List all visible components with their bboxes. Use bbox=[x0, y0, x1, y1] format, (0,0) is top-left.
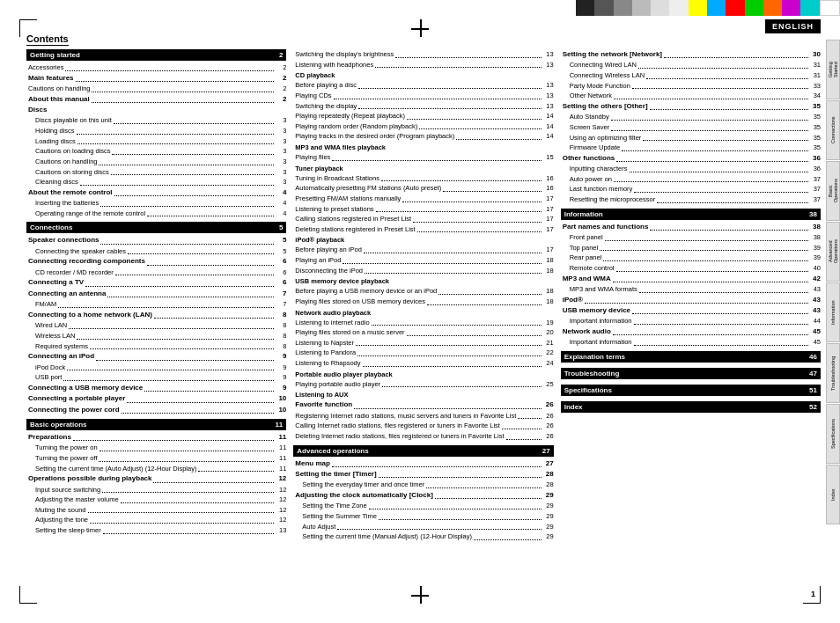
toc-entry: Cautions on loading discs3 bbox=[26, 146, 286, 157]
section-header: Explanation terms46 bbox=[561, 351, 821, 363]
toc-entry: MP3 and WMA42 bbox=[561, 274, 821, 284]
section-header: Advanced operations27 bbox=[293, 445, 553, 457]
toc-entry: Cautions on handling2 bbox=[26, 84, 286, 94]
toc-entry: Remote control40 bbox=[561, 263, 821, 274]
toc-entry: Operations possible during playback12 bbox=[26, 473, 286, 484]
toc-entry: Playing repeatedly (Repeat playback)14 bbox=[293, 111, 553, 121]
toc-entry: Connecting recording components6 bbox=[26, 256, 286, 267]
toc-entry: Deleting stations registered in Preset L… bbox=[293, 224, 553, 235]
main-content: Contents Getting started2Accessories2Mai… bbox=[26, 33, 821, 597]
tab-connections[interactable]: Connections bbox=[826, 100, 840, 160]
sub-section-header: Portable audio player playback bbox=[293, 370, 553, 378]
toc-entry: Inputting characters36 bbox=[561, 164, 821, 174]
toc-entry: Auto Standby35 bbox=[561, 112, 821, 122]
toc-entry: Speaker connections5 bbox=[26, 235, 286, 246]
toc-entry: Discs bbox=[26, 105, 286, 115]
toc-entry: Favorite function26 bbox=[293, 399, 553, 410]
toc-entry: Presetting FM/AM stations manually17 bbox=[293, 194, 553, 204]
tab-troubleshooting[interactable]: Troubleshooting bbox=[826, 343, 840, 403]
toc-entry: About the remote control4 bbox=[26, 187, 286, 198]
toc-entry: Setting the network [Network]30 bbox=[561, 49, 821, 60]
toc-entry: Listening to internet radio19 bbox=[293, 318, 553, 328]
section-header: Basic operations11 bbox=[26, 419, 286, 430]
toc-entry: Listening with headphones13 bbox=[293, 60, 553, 70]
toc-entry: Listening to preset stations17 bbox=[293, 204, 553, 215]
toc-entry: Playing an iPod18 bbox=[293, 255, 553, 266]
toc-entry: Part names and functions38 bbox=[561, 222, 821, 232]
toc-entry: Playing portable audio player25 bbox=[293, 379, 553, 390]
toc-entry: Connecting to a home network (LAN)8 bbox=[26, 310, 286, 320]
toc-entry: CD recorder / MD recorder6 bbox=[26, 268, 286, 278]
toc-entry: Connecting a portable player10 bbox=[26, 393, 286, 404]
toc-entry: Setting the everyday timer and once time… bbox=[293, 480, 553, 490]
toc-entry: Listening to Napster21 bbox=[293, 338, 553, 348]
sub-section-header: Tuner playback bbox=[293, 165, 553, 172]
toc-entry: Setting the others [Other]35 bbox=[561, 101, 821, 112]
toc-entry: Playing tracks in the desired order (Pro… bbox=[293, 131, 553, 142]
toc-entry: Tuning in Broadcast Stations16 bbox=[293, 173, 553, 184]
toc-entry: Connecting a TV6 bbox=[26, 277, 286, 288]
toc-entry: Setting the Time Zone29 bbox=[293, 501, 553, 511]
tab-getting-started[interactable]: GettingStarted bbox=[826, 40, 840, 99]
toc-entry: Wireless LAN8 bbox=[26, 331, 286, 341]
toc-entry: Auto Adjust29 bbox=[293, 522, 553, 532]
toc-entry: About this manual2 bbox=[26, 94, 286, 105]
tab-information[interactable]: Information bbox=[826, 282, 840, 342]
toc-entry: Network audio45 bbox=[561, 326, 821, 337]
side-tabs: GettingStarted Connections BasicOperatio… bbox=[826, 40, 840, 525]
toc-entry: Before playing a disc13 bbox=[293, 80, 553, 91]
contents-title: Contents bbox=[26, 33, 69, 46]
toc-entry: Switching the display13 bbox=[293, 101, 553, 112]
toc-entry: Turning the power on11 bbox=[26, 443, 286, 453]
toc-entry: Connecting the speaker cables5 bbox=[26, 246, 286, 257]
toc-entry: Cleaning discs3 bbox=[26, 177, 286, 187]
toc-entry: Connecting a USB memory device9 bbox=[26, 383, 286, 393]
toc-entry: Muting the sound12 bbox=[26, 505, 286, 516]
toc-entry: Other functions36 bbox=[561, 153, 821, 164]
toc-entry: Connecting an antenna7 bbox=[26, 289, 286, 299]
sub-section-header: CD playback bbox=[293, 71, 553, 79]
toc-entry: Cautions on storing discs3 bbox=[26, 167, 286, 178]
sub-section-header: iPod® playback bbox=[293, 236, 553, 244]
tab-advanced-operations[interactable]: AdvancedOperations bbox=[826, 222, 840, 282]
toc-entry: Resetting the microprocessor37 bbox=[561, 194, 821, 205]
toc-entry: Calling stations registered in Preset Li… bbox=[293, 214, 553, 224]
toc-col2: Switching the display's brightness13List… bbox=[293, 49, 553, 595]
toc-entry: Listening to Rhapsody24 bbox=[293, 358, 553, 369]
section-header: Getting started2 bbox=[26, 49, 286, 61]
english-badge: ENGLISH bbox=[765, 19, 821, 33]
toc-entry: Auto power on37 bbox=[561, 174, 821, 185]
toc-entry: Discs playable on this unit3 bbox=[26, 115, 286, 126]
toc-entry: Required systems8 bbox=[26, 341, 286, 352]
toc-entry: Menu map27 bbox=[293, 458, 553, 469]
section-header: Index52 bbox=[561, 401, 821, 413]
toc-entry: FM/AM7 bbox=[26, 299, 286, 310]
toc-col3: Setting the network [Network]30Connectin… bbox=[561, 49, 821, 595]
toc-entry: Rear panel39 bbox=[561, 253, 821, 263]
toc-entry: Firmware Update35 bbox=[561, 143, 821, 153]
toc-entry: iPod®43 bbox=[561, 295, 821, 305]
section-header: Connections5 bbox=[26, 222, 286, 233]
toc-entry: Accessories2 bbox=[26, 62, 286, 73]
toc-entry: Playing files stored on USB memory devic… bbox=[293, 297, 553, 307]
toc-entry: Playing CDs13 bbox=[293, 91, 553, 101]
toc-columns: Getting started2Accessories2Main feature… bbox=[26, 49, 821, 595]
toc-entry: Switching the display's brightness13 bbox=[293, 49, 553, 60]
sub-section-header: Network audio playback bbox=[293, 309, 553, 317]
sub-section-header: MP3 and WMA files playback bbox=[293, 143, 553, 151]
tab-index[interactable]: Index bbox=[826, 465, 840, 524]
toc-entry: Playing files15 bbox=[293, 152, 553, 163]
toc-entry: Input source switching12 bbox=[26, 485, 286, 495]
toc-entry: Playing random order (Random playback)14 bbox=[293, 121, 553, 132]
toc-entry: Playing files stored on a music server20 bbox=[293, 327, 553, 338]
toc-col1: Getting started2Accessories2Main feature… bbox=[26, 49, 286, 595]
sub-section-header: Listening to AUX bbox=[293, 391, 553, 399]
tab-specifications[interactable]: Specifications bbox=[826, 404, 840, 464]
tab-basic-operations[interactable]: BasicOperations bbox=[826, 161, 840, 221]
toc-entry: MP3 and WMA formats43 bbox=[561, 284, 821, 295]
toc-entry: Operating range of the remote control4 bbox=[26, 209, 286, 219]
toc-entry: Setting the Summer Time29 bbox=[293, 511, 553, 522]
toc-entry: Other Network34 bbox=[561, 91, 821, 101]
toc-entry: Connecting the power cord10 bbox=[26, 405, 286, 415]
toc-entry: Important information45 bbox=[561, 337, 821, 348]
